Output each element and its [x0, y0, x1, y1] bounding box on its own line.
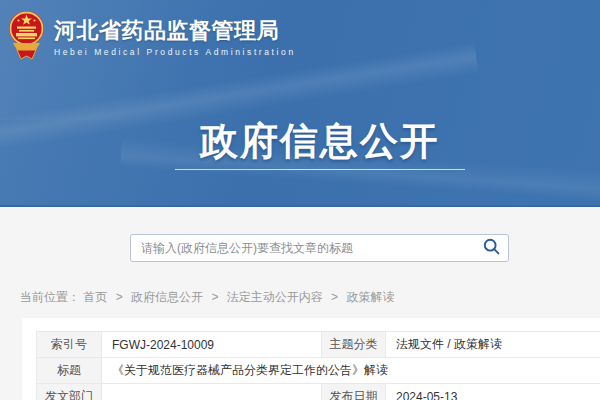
breadcrumb: 当前位置： 首页 > 政府信息公开 > 法定主动公开内容 > 政策解读: [20, 289, 394, 306]
breadcrumb-item-home[interactable]: 首页: [83, 290, 107, 304]
table-row: 发文部门 发布日期 2024-05-13: [37, 384, 600, 400]
hero-banner: 河北省药品监督管理局 Hebei Medical Products Admini…: [0, 0, 600, 207]
breadcrumb-separator: >: [116, 290, 123, 304]
breadcrumb-label: 当前位置：: [20, 290, 80, 304]
issuing-department-label: 发文部门: [37, 384, 102, 400]
breadcrumb-item-policy-interpretation[interactable]: 政策解读: [346, 290, 394, 304]
banner-underline: [175, 169, 465, 170]
issuing-department-value: [102, 384, 322, 400]
site-title: 河北省药品监督管理局: [54, 18, 296, 44]
site-name-block: 河北省药品监督管理局 Hebei Medical Products Admini…: [54, 10, 296, 57]
breadcrumb-item-statutory-disclosure[interactable]: 法定主动公开内容: [227, 290, 323, 304]
page-title: 政府信息公开: [0, 116, 600, 167]
site-subtitle: Hebei Medical Products Administration: [54, 47, 296, 57]
content-panel: 索引号 FGWJ-2024-10009 主题分类 法规文件 / 政策解读 标题 …: [22, 318, 600, 400]
site-logo-link[interactable]: 河北省药品监督管理局 Hebei Medical Products Admini…: [8, 10, 296, 67]
publish-date-label: 发布日期: [322, 384, 386, 400]
table-row: 标题 《关于规范医疗器械产品分类界定工作的公告》解读: [37, 358, 600, 384]
search-button[interactable]: [474, 235, 508, 261]
page: 河北省药品监督管理局 Hebei Medical Products Admini…: [0, 0, 600, 400]
table-row: 索引号 FGWJ-2024-10009 主题分类 法规文件 / 政策解读: [37, 332, 600, 358]
document-meta-table: 索引号 FGWJ-2024-10009 主题分类 法规文件 / 政策解读 标题 …: [36, 331, 600, 400]
search-icon: [483, 238, 500, 258]
index-number-label: 索引号: [37, 332, 102, 358]
topic-category-value: 法规文件 / 政策解读: [386, 332, 600, 358]
breadcrumb-item-gov-info[interactable]: 政府信息公开: [131, 290, 203, 304]
national-emblem-icon: [8, 10, 45, 67]
topic-category-label: 主题分类: [322, 332, 386, 358]
breadcrumb-separator: >: [331, 290, 338, 304]
document-title-link[interactable]: 《关于规范医疗器械产品分类界定工作的公告》解读: [112, 363, 388, 377]
doc-title-label: 标题: [37, 358, 102, 384]
search-box: [130, 234, 509, 262]
search-input[interactable]: [131, 235, 474, 261]
breadcrumb-separator: >: [211, 290, 218, 304]
publish-date-value: 2024-05-13: [386, 384, 600, 400]
index-number-value: FGWJ-2024-10009: [102, 332, 322, 358]
